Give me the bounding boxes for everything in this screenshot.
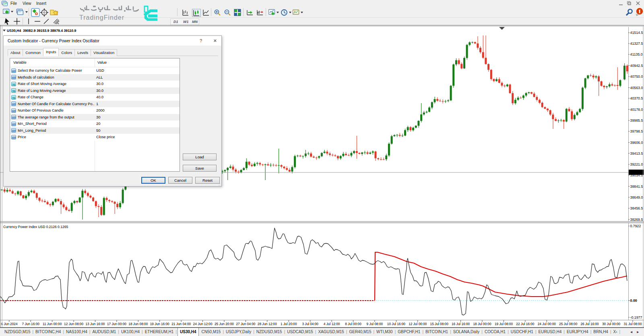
svg-text:31 Jul 08:00: 31 Jul 08:00 — [623, 322, 642, 326]
svg-text:38269.5: 38269.5 — [630, 218, 643, 222]
svg-text:41327.5: 41327.5 — [630, 41, 643, 46]
svg-text:22 Jul 16:00: 22 Jul 16:00 — [516, 322, 535, 326]
svg-text:15 Jul 08:00: 15 Jul 08:00 — [430, 322, 449, 326]
svg-text:40750.0: 40750.0 — [630, 75, 643, 79]
svg-text:25 Jun 20:00: 25 Jun 20:00 — [215, 322, 234, 326]
svg-text:38649.0: 38649.0 — [630, 195, 643, 199]
svg-text:12 Jul 00:00: 12 Jul 00:00 — [409, 322, 427, 326]
svg-text:11 Jun 00:00: 11 Jun 00:00 — [43, 322, 62, 326]
svg-text:19 Jul 08:00: 19 Jul 08:00 — [495, 322, 513, 326]
svg-text:12 Jun 08:00: 12 Jun 08:00 — [64, 322, 83, 326]
svg-text:41135.0: 41135.0 — [630, 52, 643, 56]
svg-text:24 Jun 12:00: 24 Jun 12:00 — [193, 322, 213, 326]
svg-text:38841.5: 38841.5 — [630, 185, 643, 189]
svg-text:38456.5: 38456.5 — [630, 206, 643, 210]
svg-text:40942.5: 40942.5 — [630, 64, 643, 68]
svg-text:30 Jul 00:00: 30 Jul 00:00 — [602, 322, 621, 326]
svg-text:40370.5: 40370.5 — [630, 96, 643, 100]
svg-text:0.00: 0.00 — [630, 299, 637, 303]
svg-text:16 Jul 16:00: 16 Jul 16:00 — [452, 322, 470, 326]
svg-text:25 Jul 08:00: 25 Jul 08:00 — [559, 322, 578, 326]
svg-text:Currency Power Index USD 0.212: Currency Power Index USD 0.2126 0.1265 — [3, 225, 68, 229]
svg-text:41514.5: 41514.5 — [630, 31, 643, 35]
svg-text:9 Jul 08:00: 9 Jul 08:00 — [367, 322, 383, 326]
svg-text:19 Jun 16:00: 19 Jun 16:00 — [150, 322, 169, 326]
svg-text:7 Jun 16:00: 7 Jun 16:00 — [22, 322, 40, 326]
svg-text:17 Jun 00:00: 17 Jun 00:00 — [107, 322, 126, 326]
svg-text:6 Jun 2024: 6 Jun 2024 — [1, 322, 18, 326]
svg-text:13 Jun 16:00: 13 Jun 16:00 — [86, 322, 105, 326]
svg-text:40563.0: 40563.0 — [630, 86, 643, 90]
svg-text:39221.0: 39221.0 — [630, 162, 643, 166]
svg-text:18 Jun 08:00: 18 Jun 08:00 — [128, 322, 148, 326]
svg-text:39985.5: 39985.5 — [630, 118, 643, 122]
svg-text:39413.5: 39413.5 — [630, 151, 643, 156]
svg-text:US30,H4 39082.9 39153.9 38979: US30,H4 39082.9 39153.9 38979.4 39110.9 — [7, 29, 76, 33]
svg-text:4 Jul 12:00: 4 Jul 12:00 — [324, 322, 340, 326]
svg-text:18 Jul 00:00: 18 Jul 00:00 — [473, 322, 491, 326]
svg-text:39110.9: 39110.9 — [630, 170, 642, 174]
svg-text:39606.0: 39606.0 — [630, 141, 643, 145]
svg-text:3 Jul 04:00: 3 Jul 04:00 — [302, 322, 318, 326]
svg-text:8 Jul 00:00: 8 Jul 00:00 — [345, 322, 361, 326]
svg-text:1 Jul 20:00: 1 Jul 20:00 — [281, 322, 297, 326]
svg-text:21 Jun 04:00: 21 Jun 04:00 — [171, 322, 191, 326]
svg-text:39798.5: 39798.5 — [630, 129, 643, 133]
svg-text:40178.0: 40178.0 — [630, 108, 643, 112]
svg-text:26 Jul 16:00: 26 Jul 16:00 — [580, 322, 599, 326]
svg-text:27 Jun 04:00: 27 Jun 04:00 — [236, 322, 255, 326]
svg-text:-0.1977: -0.1977 — [630, 315, 642, 319]
svg-text:0.7922: 0.7922 — [630, 224, 641, 228]
svg-text:10 Jul 16:00: 10 Jul 16:00 — [387, 322, 406, 326]
svg-text:28 Jun 12:00: 28 Jun 12:00 — [258, 322, 277, 326]
svg-text:24 Jul 00:00: 24 Jul 00:00 — [538, 322, 556, 326]
